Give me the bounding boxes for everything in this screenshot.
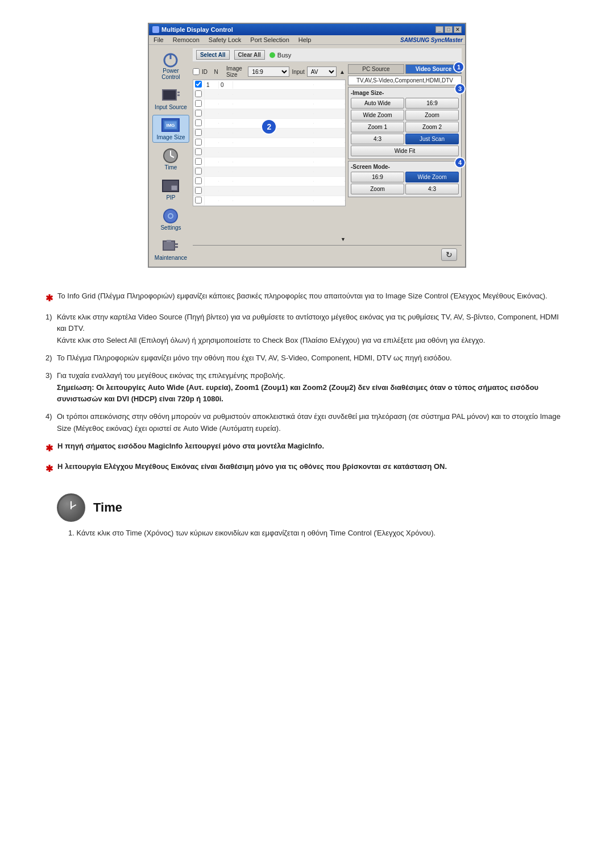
tv-sources-label: TV,AV,S-Video,Component,HDMI,DTV bbox=[348, 76, 462, 85]
numbered-item-4: 4) Οι τρόποι απεικόνισης στην οθόνη μπορ… bbox=[45, 411, 569, 435]
sidebar-item-time[interactable]: Time bbox=[152, 145, 189, 173]
star-note-1: ✱ Το Info Grid (Πλέγμα Πληροφοριών) εμφα… bbox=[45, 290, 569, 306]
sidebar-item-power[interactable]: Power Control bbox=[152, 48, 189, 82]
sidebar-item-maintenance[interactable]: Maintenance bbox=[152, 235, 189, 263]
zoom-button[interactable]: Zoom bbox=[405, 110, 459, 121]
screen-mode-buttons: 16:9 Wide Zoom Zoom 4:3 bbox=[351, 172, 459, 194]
window-body: Power Control Input Source bbox=[149, 45, 465, 267]
pc-source-tab[interactable]: PC Source bbox=[348, 64, 404, 74]
scroll-arrow-down[interactable]: ▼ bbox=[193, 236, 346, 243]
sidebar-item-imagesize[interactable]: IMG Image Size bbox=[152, 115, 189, 143]
row-checkbox[interactable] bbox=[195, 158, 202, 165]
badge-2: 2 bbox=[261, 119, 277, 135]
star-bullet-1: ✱ bbox=[45, 291, 53, 306]
item-2-text: Το Πλέγμα Πληροφοριών εμφανίζει μόνο την… bbox=[57, 354, 452, 362]
document-content: ✱ Το Info Grid (Πλέγμα Πληροφοριών) εμφα… bbox=[34, 285, 580, 551]
star-bullet-3: ✱ bbox=[45, 462, 53, 476]
svg-point-15 bbox=[169, 214, 172, 218]
minimize-button[interactable]: _ bbox=[435, 26, 443, 33]
imgsize-header: Image Size 16:9 4:3 Auto Wide bbox=[226, 65, 289, 78]
sidebar-label-pip: PIP bbox=[166, 194, 175, 201]
item-3-bold: Σημείωση: Οι λειτουργίες Auto Wide (Αυτ.… bbox=[57, 383, 538, 404]
star-note-2-text: Η πηγή σήματος εισόδου MagicInfo λειτουρ… bbox=[57, 441, 569, 452]
sidebar-item-pip[interactable]: PIP bbox=[152, 175, 189, 203]
time-note-text: 1. Κάντε κλικ στο Time (Χρόνος) των κύρι… bbox=[68, 529, 435, 537]
row-checkbox[interactable] bbox=[195, 129, 202, 136]
input-select[interactable]: AV TV HDMI bbox=[307, 67, 337, 77]
row-checkbox[interactable] bbox=[195, 168, 202, 175]
sidebar-item-input[interactable]: Input Source bbox=[152, 85, 189, 113]
table-row: 1 0 bbox=[193, 80, 345, 90]
screen-4-3-button[interactable]: 4:3 bbox=[405, 184, 459, 194]
settings-icon bbox=[162, 207, 179, 225]
screen-zoom-button[interactable]: Zoom bbox=[351, 184, 404, 194]
svg-rect-17 bbox=[167, 240, 171, 242]
imgsize-header-label: Image Size bbox=[226, 65, 246, 78]
table-row bbox=[193, 196, 345, 206]
wide-fit-button[interactable]: Wide Fit bbox=[351, 146, 459, 156]
screen-16-9-button[interactable]: 16:9 bbox=[351, 172, 404, 182]
row-checkbox[interactable] bbox=[195, 110, 202, 117]
row-checkbox[interactable] bbox=[195, 119, 202, 126]
svg-rect-18 bbox=[175, 243, 178, 245]
row-checkbox[interactable] bbox=[195, 197, 202, 203]
close-button[interactable]: ✕ bbox=[454, 26, 462, 33]
time-note: 1. Κάντε κλικ στο Time (Χρόνος) των κύρι… bbox=[45, 522, 569, 545]
scroll-arrow-up[interactable]: ▲ bbox=[339, 69, 346, 75]
screen-wide-zoom-button[interactable]: Wide Zoom bbox=[405, 172, 459, 182]
status-bar: ↻ bbox=[193, 245, 462, 263]
zoom1-button[interactable]: Zoom 1 bbox=[351, 122, 404, 132]
maintenance-icon bbox=[162, 239, 179, 254]
table-row bbox=[193, 138, 345, 148]
sidebar-item-settings[interactable]: Settings bbox=[152, 205, 189, 233]
header-checkbox[interactable] bbox=[193, 68, 200, 75]
toolbar: Select All Clear All Busy bbox=[193, 48, 462, 62]
table-row bbox=[193, 109, 345, 119]
sidebar-label-power: Power Control bbox=[154, 68, 188, 80]
power-icon bbox=[161, 50, 180, 68]
row-checkbox[interactable] bbox=[195, 100, 202, 107]
image-size-section: 3 -Image Size- Auto Wide 16:9 Wide Zoom … bbox=[348, 87, 462, 159]
menu-remocon[interactable]: Remocon bbox=[171, 36, 202, 44]
auto-wide-button[interactable]: Auto Wide bbox=[351, 98, 404, 109]
menu-file[interactable]: File bbox=[151, 36, 166, 44]
app-window: Multiple Display Control _ □ ✕ File Remo… bbox=[148, 23, 466, 268]
refresh-button[interactable]: ↻ bbox=[441, 248, 457, 261]
sidebar-label-input: Input Source bbox=[155, 104, 187, 110]
imgsize-select[interactable]: 16:9 4:3 Auto Wide bbox=[248, 67, 289, 77]
item-3-main: Για τυχαία εναλλαγή του μεγέθους εικόνας… bbox=[57, 371, 285, 380]
row-checkbox[interactable] bbox=[195, 139, 202, 146]
clear-all-button[interactable]: Clear All bbox=[234, 50, 265, 60]
samsung-logo: SAMSUNG SyncMaster bbox=[400, 37, 463, 43]
wide-zoom-button[interactable]: Wide Zoom bbox=[351, 110, 404, 121]
menu-safety-lock[interactable]: Safety Lock bbox=[206, 36, 243, 44]
table-row bbox=[193, 99, 345, 109]
busy-dot-icon bbox=[269, 52, 275, 58]
select-all-button[interactable]: Select All bbox=[196, 50, 230, 60]
row-checkbox[interactable] bbox=[195, 90, 202, 97]
ratio-16-9-button[interactable]: 16:9 bbox=[405, 98, 459, 109]
row-checkbox[interactable] bbox=[195, 187, 202, 194]
badge-3: 3 bbox=[454, 83, 466, 94]
svg-rect-16 bbox=[163, 241, 175, 250]
row-checkbox[interactable] bbox=[195, 81, 202, 88]
app-icon bbox=[152, 26, 159, 33]
star-note-2: ✱ Η πηγή σήματος εισόδου MagicInfo λειτο… bbox=[45, 441, 569, 456]
just-scan-button[interactable]: Just Scan bbox=[405, 134, 459, 144]
zoom2-button[interactable]: Zoom 2 bbox=[405, 122, 459, 132]
menu-help[interactable]: Help bbox=[296, 36, 314, 44]
busy-label: Busy bbox=[277, 52, 291, 59]
svg-rect-12 bbox=[171, 185, 177, 190]
star-note-3: ✱ Η λειτουργία Ελέγχου Μεγέθους Εικόνας … bbox=[45, 461, 569, 476]
row-checkbox[interactable] bbox=[195, 177, 202, 184]
row-checkbox[interactable] bbox=[195, 148, 202, 155]
table-row bbox=[193, 177, 345, 186]
input-header: Input AV TV HDMI bbox=[292, 67, 336, 77]
input-source-icon bbox=[161, 89, 180, 102]
numbered-item-1: 1) Κάντε κλικ στην καρτέλα Video Source … bbox=[45, 312, 569, 347]
maximize-button[interactable]: □ bbox=[445, 26, 453, 33]
menu-port-selection[interactable]: Port Selection bbox=[248, 36, 291, 44]
ratio-4-3-button[interactable]: 4:3 bbox=[351, 134, 404, 144]
star-bullet-2: ✱ bbox=[45, 441, 53, 456]
time-icon bbox=[162, 147, 179, 164]
